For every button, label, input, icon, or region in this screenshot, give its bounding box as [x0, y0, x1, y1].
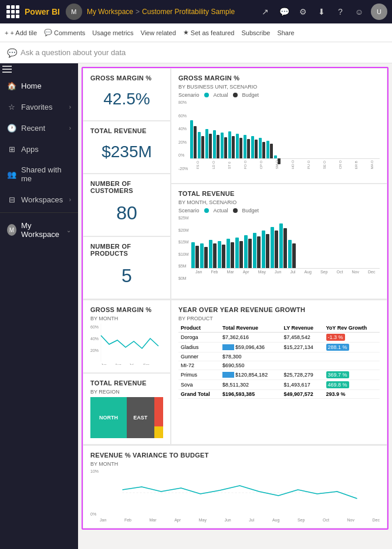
dashboard-area: Gross Margin % 42.5% Total Revenue $235M…: [82, 67, 388, 530]
report-title: Customer Profitability Sample: [142, 8, 235, 16]
my-workspace-item[interactable]: M My Workspace ⌄: [0, 215, 78, 245]
table-row: Sova $8,511,302 $1,493,617 469.8 %: [178, 380, 380, 390]
budget-bar: [222, 245, 225, 268]
hamburger-menu[interactable]: [0, 63, 78, 75]
num-customers-tile[interactable]: Number of Customers 80: [83, 174, 171, 236]
red-region: [154, 397, 164, 426]
svg-text:Aug: Aug: [115, 363, 121, 365]
budget-bar: [232, 136, 235, 158]
budget-legend-dot: [233, 93, 238, 97]
gross-margin-chart-tile[interactable]: Gross Margin % BY BUSINESS UNIT, SCENARI…: [171, 68, 387, 184]
chart-title: Total Revenue: [178, 190, 380, 197]
table-row: Doroga $7,362,616 $7,458,542 -1.3 %: [178, 333, 380, 343]
num-products-tile[interactable]: Number of Products 5: [83, 236, 171, 299]
yoy-badge: 369.7 %: [326, 371, 349, 378]
yoy-cell: [324, 353, 380, 361]
comment-icon[interactable]: 💬: [277, 5, 291, 19]
row-1: Gross Margin % 42.5% Total Revenue $235M…: [83, 68, 387, 299]
sidebar-item-home[interactable]: 🏠 Home: [0, 75, 78, 96]
yoy-cell: -1.3 %: [324, 333, 380, 343]
yoy-badge: 469.8 %: [326, 381, 349, 388]
bar-group: [235, 238, 243, 268]
table-header-row: Product Total Revenue LY Revenue YoY Rev…: [178, 324, 380, 333]
col-ly-rev: LY Revenue: [282, 324, 324, 333]
bar-group: [253, 233, 261, 268]
view-related-button[interactable]: View related: [141, 29, 176, 36]
add-tile-button[interactable]: + + Add tile: [5, 29, 37, 36]
budget-bar: [194, 126, 197, 158]
share-label: Share: [277, 29, 294, 36]
account-icon[interactable]: M: [66, 4, 82, 20]
ask-placeholder[interactable]: Ask a question about your data: [21, 48, 126, 57]
gross-margin-tile[interactable]: Gross Margin % 42.5%: [83, 68, 171, 121]
smiley-icon[interactable]: ☺: [352, 5, 366, 19]
yoy-badge: 288.1 %: [326, 344, 349, 351]
bar-group: [205, 129, 212, 158]
actual-bar: [274, 155, 277, 158]
sidebar-item-favorites[interactable]: ☆ Favorites ›: [0, 96, 78, 117]
actual-bar: [218, 241, 221, 268]
tile-value: 42.5%: [90, 84, 163, 114]
sidebar-item-apps[interactable]: ⊞ Apps: [0, 138, 78, 160]
other-regions: [154, 397, 164, 438]
bar-group: [236, 134, 242, 158]
actual-bar: [236, 134, 239, 158]
north-region: NORTH: [90, 397, 127, 438]
subscribe-button[interactable]: Subscribe: [241, 29, 270, 36]
chevron-right-icon: ›: [69, 196, 71, 203]
yoy-data-table: Product Total Revenue LY Revenue YoY Rev…: [178, 324, 380, 399]
add-tile-icon: +: [5, 29, 8, 36]
workspace-label: My Workspace: [21, 221, 62, 239]
yoy-badge: -1.3 %: [326, 334, 345, 341]
chart-subtitle: BY PRODUCT: [178, 316, 380, 321]
actual-bar: [262, 231, 265, 268]
ly-rev-cell: [282, 353, 324, 361]
set-as-featured-button[interactable]: ★ Set as featured: [183, 29, 235, 36]
settings-icon[interactable]: ⚙: [296, 5, 310, 19]
comments-button[interactable]: 💬 Comments: [44, 29, 85, 36]
waffle-menu[interactable]: [5, 4, 21, 20]
east-region: EAST: [127, 397, 154, 438]
budget-bar: [195, 246, 199, 268]
bar-group: [274, 155, 281, 158]
total-revenue-tile[interactable]: Total Revenue $235M: [83, 121, 171, 174]
yoy-cell: 293.9 %: [324, 390, 380, 399]
ly-rev-cell: [282, 361, 324, 370]
col-total-rev: Total Revenue: [220, 324, 282, 333]
sidebar-item-label: Favorites: [21, 103, 65, 111]
diagonal-arrow-icon[interactable]: ↗: [258, 5, 272, 19]
sidebar-item-workspaces[interactable]: ⊟ Workspaces ›: [0, 189, 78, 210]
table-row: Primus $120,854,182 $25,728,279 369.7 %: [178, 370, 380, 380]
yoy-cell: 288.1 %: [324, 343, 380, 353]
table-row: Grand Total $196,593,385 $49,907,572 293…: [178, 390, 380, 399]
help-icon[interactable]: ?: [333, 5, 347, 19]
total-rev-cell: $7,362,616: [220, 333, 282, 343]
budget-bar: [275, 231, 278, 268]
bar-group: [200, 243, 208, 268]
y-axis: $25M $20M $15M $10M $5M $0M: [178, 216, 190, 280]
sidebar-item-recent[interactable]: 🕐 Recent ›: [0, 117, 78, 138]
sidebar-item-shared[interactable]: 👥 Shared with me: [0, 160, 78, 189]
tile-title: Number of Products: [90, 243, 163, 257]
variance-chart-tile[interactable]: Revenue % Variance to Budget BY MONTH 10…: [83, 445, 387, 528]
bar-group: [262, 231, 269, 268]
total-revenue-chart-tile[interactable]: Total Revenue BY MONTH, SCENARIO Scenari…: [171, 184, 387, 299]
budget-bar: [283, 228, 287, 268]
home-icon: 🏠: [7, 81, 16, 90]
actual-bar: [235, 238, 239, 268]
bars-area: FS O LD O ST 0 FO O CP O SM O HO O PU O …: [190, 100, 380, 171]
svg-text:Sep: Sep: [143, 363, 150, 365]
product-cell: MI-72: [178, 361, 220, 370]
chart-title: Revenue % Variance to Budget: [90, 452, 380, 459]
download-icon[interactable]: ⬇: [315, 5, 329, 19]
chart-subtitle: BY MONTH: [90, 461, 380, 467]
product-cell: Doroga: [178, 333, 220, 343]
yoy-table-tile[interactable]: Year Over Year Revenue Growth BY PRODUCT…: [171, 300, 387, 445]
right-bottom-column: Year Over Year Revenue Growth BY PRODUCT…: [171, 300, 387, 445]
share-button[interactable]: Share: [277, 29, 294, 36]
usage-metrics-button[interactable]: Usage metrics: [92, 29, 133, 36]
user-avatar[interactable]: U: [371, 4, 387, 20]
gross-margin-month-tile[interactable]: Gross Margin % BY MONTH 60% 40% 20% Jun …: [83, 300, 171, 373]
total-revenue-region-tile[interactable]: Total Revenue BY REGION NORTH EAST: [83, 373, 171, 445]
usage-metrics-label: Usage metrics: [92, 29, 133, 36]
